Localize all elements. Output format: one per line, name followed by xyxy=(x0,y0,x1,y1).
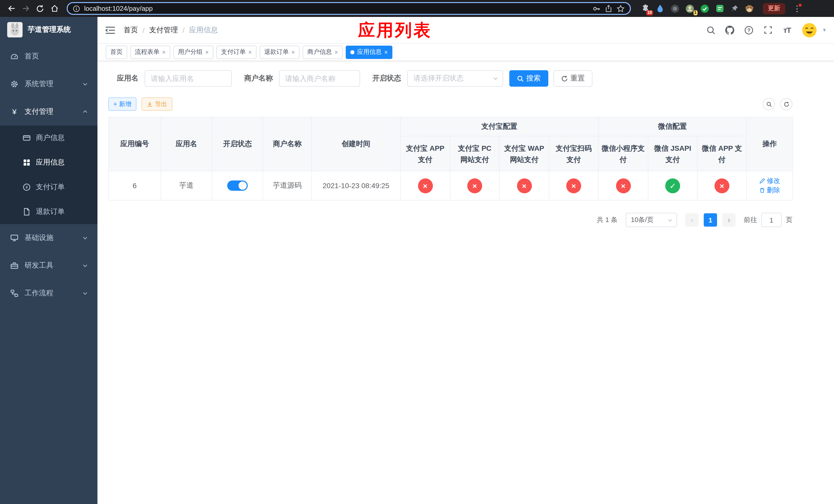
col-app-name: 应用名 xyxy=(161,117,212,171)
user-avatar[interactable] xyxy=(801,21,818,39)
sidebar-item-refund-order[interactable]: 退款订单 xyxy=(0,200,97,224)
col-alipay-pc: 支付宝 PC 网站支付 xyxy=(450,136,499,171)
goto-page-input[interactable] xyxy=(761,213,782,227)
close-icon[interactable]: × xyxy=(384,49,388,55)
close-icon[interactable]: × xyxy=(205,49,209,55)
close-icon[interactable]: × xyxy=(291,49,295,55)
breadcrumb: 首页 / 支付管理 / 应用信息 xyxy=(124,25,218,35)
tab-user-group[interactable]: 用户分组 × xyxy=(173,45,213,59)
sidebar-item-home[interactable]: 首页 xyxy=(0,43,97,70)
profile-badge: 1 xyxy=(693,10,698,15)
pin-extension-icon[interactable] xyxy=(729,3,740,14)
next-page-button[interactable]: › xyxy=(722,213,736,227)
tab-refund-order[interactable]: 退款订单 × xyxy=(260,45,300,59)
sidebar-item-workflow[interactable]: 工作流程 xyxy=(0,279,97,307)
delete-link[interactable]: 删除 xyxy=(759,186,780,195)
sidebar-item-app-info[interactable]: 应用信息 xyxy=(0,150,97,175)
breadcrumb-payment[interactable]: 支付管理 xyxy=(149,25,178,35)
col-merchant-name: 商户名称 xyxy=(263,117,312,171)
refresh-icon[interactable] xyxy=(780,98,792,110)
sidebar-item-devtools[interactable]: 研发工具 xyxy=(0,252,97,279)
merchant-name-input[interactable] xyxy=(279,70,360,87)
table-header-group-row: 应用编号 应用名 开启状态 商户名称 创建时间 支付宝配置 微信配置 操作 xyxy=(109,117,793,136)
status-select[interactable]: 请选择开启状态 xyxy=(407,70,503,87)
add-button[interactable]: + 新增 xyxy=(108,97,136,111)
update-notification-dot xyxy=(798,3,802,6)
address-bar[interactable]: localhost:1024/pay/app xyxy=(67,2,631,15)
extension-badge: 10 xyxy=(646,10,653,15)
github-icon[interactable] xyxy=(725,25,735,35)
chevron-down-icon xyxy=(492,75,499,82)
check-circle-extension-icon[interactable] xyxy=(700,3,710,14)
table-row: 6 芋道 芋道源码 2021-10-23 08:49:25 × × × × × xyxy=(109,171,793,200)
tab-pay-order[interactable]: 支付订单 × xyxy=(216,45,257,59)
col-wx-app: 微信 APP 支付 xyxy=(697,136,747,171)
extensions-puzzle-icon[interactable]: 10 xyxy=(640,3,650,14)
sidebar-item-payment[interactable]: ¥ 支付管理 xyxy=(0,98,97,125)
sidebar-menu: 首页 系统管理 ¥ 支付管理 xyxy=(0,43,97,504)
tags-view-bar: 首页 流程表单 × 用户分组 × 支付订单 × 退款订单 × xyxy=(97,44,834,61)
page-number-1[interactable]: 1 xyxy=(704,213,717,227)
monitor-icon xyxy=(10,234,19,242)
share-icon[interactable] xyxy=(605,5,612,12)
monkey-face-extension-icon[interactable] xyxy=(744,3,754,14)
profile-avatar-extension-icon[interactable]: 1 xyxy=(685,3,695,14)
coin-yuan-icon: ¥ xyxy=(23,183,31,191)
close-icon[interactable]: × xyxy=(248,49,252,55)
reset-button[interactable]: 重置 xyxy=(553,70,592,87)
chrome-update-button[interactable]: 更新 xyxy=(763,3,785,14)
goto-label: 前往 xyxy=(744,215,757,225)
page-size-select[interactable]: 10条/页 xyxy=(626,213,677,227)
pagination-total: 共 1 条 xyxy=(597,215,618,225)
avatar-caret-icon[interactable]: ▾ xyxy=(823,27,826,33)
cell-create-time: 2021-10-23 08:49:25 xyxy=(312,171,400,200)
browser-window: localhost:1024/pay/app 10 xyxy=(0,0,834,504)
search-button[interactable]: 搜索 xyxy=(509,70,548,87)
app-name-input[interactable] xyxy=(145,70,232,87)
font-size-icon[interactable]: тT xyxy=(782,25,792,35)
export-button[interactable]: 导出 xyxy=(141,97,172,111)
tab-app-info[interactable]: 应用信息 × xyxy=(346,45,392,59)
fullscreen-icon[interactable] xyxy=(763,25,773,35)
back-button[interactable] xyxy=(5,2,18,15)
active-tab-dot xyxy=(350,50,354,54)
password-key-icon[interactable] xyxy=(592,4,601,13)
app-logo[interactable]: 芋道管理系统 xyxy=(0,17,97,43)
home-button[interactable] xyxy=(48,2,61,15)
water-drop-extension-icon[interactable] xyxy=(655,3,665,14)
sidebar-item-infra[interactable]: 基础设施 xyxy=(0,224,97,252)
help-icon[interactable]: ? xyxy=(744,25,754,35)
sidebar-item-merchant-info[interactable]: 商户信息 xyxy=(0,125,97,150)
toggle-search-icon[interactable] xyxy=(763,98,775,110)
col-actions: 操作 xyxy=(747,117,793,171)
chevron-up-icon xyxy=(82,109,88,115)
sidebar-item-pay-order[interactable]: ¥ 支付订单 xyxy=(0,175,97,200)
site-info-icon[interactable] xyxy=(73,5,80,12)
breadcrumb-home[interactable]: 首页 xyxy=(124,25,138,35)
col-wx-jsapi: 微信 JSAPI 支付 xyxy=(648,136,697,171)
reload-button[interactable] xyxy=(34,2,46,15)
sidebar-fold-icon[interactable] xyxy=(105,25,115,35)
status-label: 开启状态 xyxy=(372,74,401,83)
chat-square-extension-icon[interactable] xyxy=(715,3,725,14)
page-content: 应用名 商户名称 开启状态 请选择开启状态 搜索 xyxy=(97,61,834,504)
prev-page-button[interactable]: ‹ xyxy=(685,213,699,227)
forward-button[interactable] xyxy=(20,2,32,15)
close-icon[interactable]: × xyxy=(334,49,338,55)
sidebar-item-system[interactable]: 系统管理 xyxy=(0,70,97,98)
dark-circle-extension-icon[interactable] xyxy=(670,3,680,14)
edit-link[interactable]: 修改 xyxy=(759,176,780,186)
header-search-icon[interactable] xyxy=(706,25,716,35)
url-text[interactable]: localhost:1024/pay/app xyxy=(84,5,588,12)
row-status-toggle[interactable] xyxy=(227,181,248,191)
chevron-down-icon xyxy=(82,235,88,241)
browser-menu-button[interactable]: ⋮ xyxy=(792,4,802,13)
grid-icon xyxy=(23,158,31,167)
goto-unit: 页 xyxy=(786,215,792,225)
tab-home[interactable]: 首页 xyxy=(106,45,127,59)
yuan-icon: ¥ xyxy=(10,108,19,116)
tab-merchant-info[interactable]: 商户信息 × xyxy=(303,45,343,59)
tab-process-form[interactable]: 流程表单 × xyxy=(130,45,170,59)
close-icon[interactable]: × xyxy=(162,49,166,55)
bookmark-star-icon[interactable] xyxy=(616,4,625,13)
